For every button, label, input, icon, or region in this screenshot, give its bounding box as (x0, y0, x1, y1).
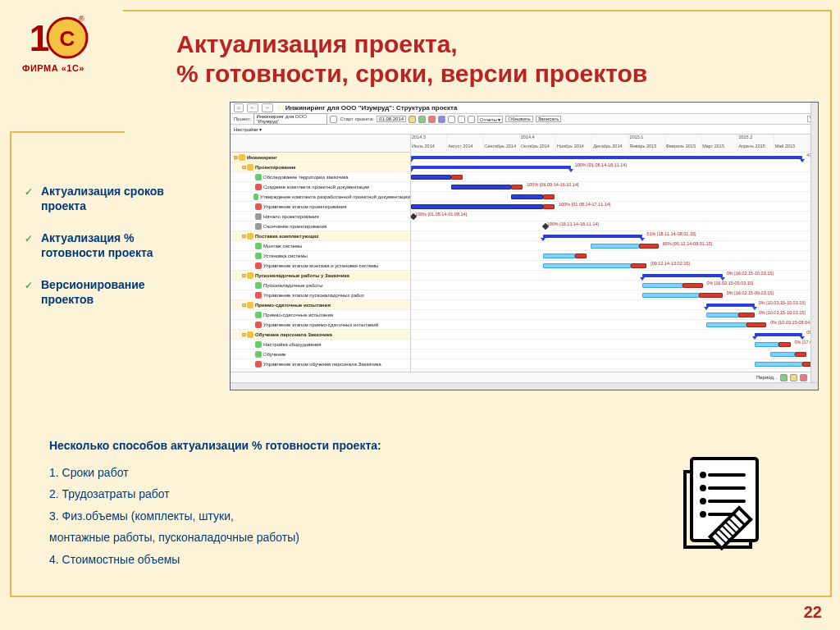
task-row[interactable]: ⊟Обучение персонала Заказчика (231, 330, 410, 340)
gantt-bar[interactable] (411, 175, 451, 180)
month-cell: Август 2014 (447, 144, 483, 152)
clear-icon[interactable] (330, 116, 337, 123)
gantt-bar[interactable] (642, 274, 722, 277)
gantt-bar-overrun[interactable] (778, 342, 791, 347)
task-row[interactable]: ⊟Инжиниринг (231, 153, 410, 162)
gantt-bar[interactable] (411, 166, 571, 169)
task-row[interactable]: Управление этапом приемо-сдаточных испыт… (231, 320, 410, 330)
task-row[interactable]: ⊟Приемо-сдаточные испытания (231, 300, 410, 310)
task-row[interactable]: Управление этапом монтажа и установки си… (231, 261, 410, 271)
save-button[interactable]: Записать (536, 116, 562, 122)
period-button[interactable]: Период... (756, 375, 778, 380)
tool-icon[interactable] (458, 116, 465, 123)
quarter-cell: 2015.1 (629, 135, 665, 144)
expand-icon[interactable]: ⊟ (240, 164, 247, 170)
gantt-bar[interactable] (543, 235, 643, 238)
tool-icon[interactable] (468, 116, 475, 123)
month-cell: Апрель 2015 (737, 144, 774, 152)
gantt-bar[interactable] (755, 362, 802, 367)
gantt-bar-overrun[interactable] (699, 293, 723, 298)
gantt-bar-overrun[interactable] (639, 244, 659, 249)
gantt-titlebar: ⌂ ← → ☆ Инжиниринг для ООО "Изумруд": Ст… (231, 103, 818, 114)
task-icon (255, 292, 262, 299)
gantt-bar[interactable] (770, 352, 794, 357)
proj-field[interactable]: Инжиниринг для ООО "Изумруд" (253, 113, 327, 125)
expand-icon[interactable]: ⊟ (240, 233, 247, 239)
gantt-bar-overrun[interactable] (738, 313, 754, 317)
task-icon (255, 213, 262, 220)
gantt-bar-overrun[interactable] (802, 362, 810, 367)
task-row[interactable]: Обучение (231, 349, 410, 359)
task-row[interactable]: Монтаж системы (231, 241, 410, 251)
scrollbar-vertical[interactable] (810, 103, 818, 382)
gantt-bar-overrun[interactable] (575, 253, 587, 258)
gantt-bar-overrun[interactable] (511, 185, 523, 189)
task-row[interactable]: Управление этапом обучения персонала Зак… (231, 359, 410, 369)
tool-icon[interactable] (438, 116, 445, 123)
gantt-bar-overrun[interactable] (451, 175, 463, 180)
footer-icon[interactable] (790, 374, 797, 381)
tool-icon[interactable] (428, 116, 436, 123)
task-row[interactable]: Пусконаладочные работы (231, 281, 410, 290)
gantt-bar[interactable] (706, 313, 738, 317)
quarter-cell (665, 135, 701, 144)
gantt-bar[interactable] (543, 263, 631, 268)
gantt-bar-overrun[interactable] (543, 204, 555, 209)
tool-icon[interactable] (418, 116, 426, 123)
frame-top (123, 10, 832, 11)
gantt-bar[interactable] (543, 253, 575, 258)
quarter-cell: 2015.2 (737, 135, 774, 144)
refresh-button[interactable]: Обновить (505, 116, 532, 122)
task-row[interactable]: Создание комплекта проектной документаци… (231, 182, 410, 192)
expand-icon[interactable]: ⊟ (240, 331, 247, 337)
gantt-bar-overrun[interactable] (682, 283, 702, 288)
tool-icon[interactable] (409, 116, 416, 123)
forward-button[interactable]: → (262, 103, 273, 112)
reports-dropdown[interactable]: Отчеты ▾ (477, 116, 503, 123)
bottom-item: 3. Физ.объемы (комплекты, штуки, (49, 505, 509, 527)
gantt-bar-overrun[interactable] (543, 194, 555, 199)
gantt-bar[interactable] (411, 204, 543, 209)
task-row[interactable]: Начало проектирования (231, 212, 410, 221)
gantt-bar[interactable] (411, 156, 802, 159)
gantt-bar-overrun[interactable] (746, 322, 766, 327)
task-row[interactable]: ⊟Пусконаладочные работы у Заказчика (231, 271, 410, 281)
gantt-bar[interactable] (706, 304, 754, 307)
gantt-body: ⊟Инжиниринг⊟ПроектированиеОбследование т… (231, 135, 810, 372)
gantt-bar[interactable] (591, 244, 638, 249)
task-row[interactable]: Установка системы (231, 251, 410, 261)
scrollbar-horizontal[interactable] (231, 382, 818, 390)
footer-icon[interactable] (780, 374, 788, 381)
gantt-bar[interactable] (642, 293, 698, 298)
gantt-bar[interactable] (755, 342, 778, 347)
task-row[interactable]: Управление этапом пусконаладочных работ (231, 290, 410, 300)
task-name: Управление этапом обучения персонала Зак… (263, 362, 381, 367)
start-field[interactable]: 01.08.2014 (377, 116, 406, 122)
expand-icon[interactable]: ⊟ (240, 302, 247, 308)
gantt-bar[interactable] (755, 333, 802, 336)
back-button[interactable]: ← (247, 103, 258, 112)
task-row[interactable]: Управление этапом проектирования (231, 202, 410, 212)
gantt-bar-overrun[interactable] (631, 263, 646, 268)
expand-icon[interactable]: ⊟ (240, 272, 247, 278)
task-row[interactable]: ⊟Проектирование (231, 162, 410, 172)
home-button[interactable]: ⌂ (234, 103, 244, 112)
gantt-bar-overrun[interactable] (795, 352, 807, 357)
task-row[interactable]: Окончание проектирования (231, 221, 410, 231)
frame-bottom (10, 596, 832, 597)
task-row[interactable]: ⊟Поставка комплектующих (231, 231, 410, 241)
task-row[interactable]: Обследование территории заказчика (231, 172, 410, 182)
settings-dropdown[interactable]: Настройки ▾ (234, 126, 262, 132)
gantt-bar[interactable] (642, 283, 682, 288)
task-row[interactable]: Настройка оборудования (231, 340, 410, 349)
expand-icon[interactable]: ⊟ (232, 154, 239, 160)
gantt-bar[interactable] (451, 185, 511, 189)
quarter-cell (701, 135, 737, 144)
gantt-bar[interactable] (511, 194, 543, 199)
task-name: Управление этапом монтажа и установки си… (263, 263, 378, 268)
tool-icon[interactable] (448, 116, 455, 123)
footer-icon[interactable] (800, 374, 807, 381)
task-row[interactable]: Приемо-сдаточные испытания (231, 310, 410, 320)
gantt-bar[interactable] (706, 322, 746, 327)
task-row[interactable]: Утверждение комплекта разработанной прое… (231, 192, 410, 202)
